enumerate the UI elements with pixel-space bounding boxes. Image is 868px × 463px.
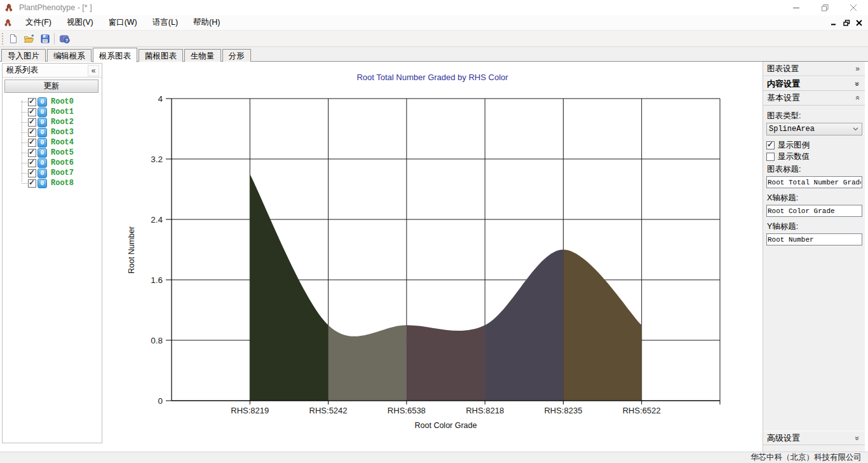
tree-item[interactable]: 0 Root4	[3, 137, 102, 148]
tree-item-badge: 0	[37, 118, 47, 127]
title-bar: PlantPhenotype - [* ]	[0, 0, 868, 15]
tree-item-badge: 0	[37, 148, 47, 158]
mdi-document-icon	[3, 18, 13, 27]
chart-type-select[interactable]: SplineArea	[766, 123, 862, 135]
chart-settings-panel: 图表设置 » 内容设置 » 基本设置 » 图表类型: SplineArea 显示…	[763, 62, 865, 452]
mdi-minimize-button[interactable]	[827, 17, 840, 29]
y-axis-title-input[interactable]	[766, 233, 862, 245]
tab[interactable]: 根系图表	[93, 48, 137, 62]
basic-settings-content: 图表类型: SplineArea 显示图例 显示数值 图表标题: X轴标题: Y…	[763, 106, 865, 248]
minimize-button[interactable]	[782, 0, 811, 15]
app-window: PlantPhenotype - [* ] 文件(F)视图(V)窗口(W)语言(…	[0, 0, 868, 463]
select-chevron-icon	[853, 127, 858, 131]
root-list-title: 根系列表	[6, 65, 38, 76]
svg-text:RHS:8235: RHS:8235	[544, 406, 582, 415]
show-values-checkbox[interactable]	[766, 153, 775, 161]
tree-connector	[22, 163, 27, 163]
tree-item[interactable]: 0 Root7	[3, 168, 102, 178]
content-settings-label: 内容设置	[767, 78, 800, 90]
tree-item[interactable]: 0 Root8	[3, 178, 102, 188]
mdi-restore-button[interactable]	[840, 17, 853, 29]
section-advanced-settings[interactable]: 高级设置 »	[763, 431, 865, 445]
svg-text:RHS:6538: RHS:6538	[388, 406, 426, 415]
tree-item-checkbox[interactable]	[28, 108, 36, 116]
new-document-button[interactable]	[6, 32, 20, 46]
chart-title-input[interactable]	[766, 176, 862, 188]
tree-connector	[22, 122, 27, 123]
tree-item-badge: 0	[37, 97, 47, 107]
svg-text:RHS:8218: RHS:8218	[466, 406, 504, 415]
tree-item-badge: 0	[37, 107, 47, 117]
restore-button[interactable]	[811, 0, 839, 15]
chevron-down-icon[interactable]: »	[853, 436, 862, 440]
svg-text:0.8: 0.8	[151, 336, 163, 345]
menu-item[interactable]: 视图(V)	[59, 15, 101, 30]
svg-text:0: 0	[158, 396, 163, 406]
save-button[interactable]	[37, 32, 52, 46]
tree-item[interactable]: 0 Root2	[3, 117, 102, 127]
chart-type-label: 图表类型:	[767, 111, 862, 121]
section-basic-settings[interactable]: 基本设置 »	[763, 91, 865, 106]
tab[interactable]: 分形	[222, 49, 251, 62]
tree-item-checkbox[interactable]	[28, 139, 36, 147]
tree-connector	[22, 173, 27, 174]
tree-item[interactable]: 0 Root3	[3, 127, 102, 137]
tree-item-label[interactable]: Root1	[51, 107, 74, 116]
tree-item[interactable]: 0 Root5	[3, 148, 102, 158]
tree-item-checkbox[interactable]	[28, 118, 36, 127]
chevron-down-icon[interactable]: »	[853, 81, 862, 86]
chart-settings-header[interactable]: 图表设置 »	[763, 62, 865, 76]
show-legend-option[interactable]: 显示图例	[766, 140, 862, 151]
menu-item[interactable]: 帮助(H)	[186, 15, 227, 30]
tree-item-checkbox[interactable]	[28, 98, 36, 106]
menu-item[interactable]: 语言(L)	[145, 15, 186, 30]
x-axis-title-label: X轴标题:	[767, 193, 862, 204]
x-axis-title-input[interactable]	[766, 205, 862, 217]
expand-panel-icon[interactable]: »	[855, 64, 860, 73]
basic-settings-label: 基本设置	[767, 92, 800, 104]
tree-item-label[interactable]: Root2	[51, 118, 74, 127]
toolbar: ?	[0, 31, 868, 47]
tree-item-badge: 0	[37, 169, 47, 178]
tree-item-checkbox[interactable]	[28, 128, 36, 137]
tree-item[interactable]: 0 Root6	[3, 158, 102, 168]
tree-item-label[interactable]: Root5	[51, 148, 74, 157]
company-name: 华芯中科（北京）科技有限公司	[750, 452, 862, 463]
menu-item[interactable]: 窗口(W)	[101, 15, 145, 30]
toolbar-grip[interactable]	[1, 33, 4, 45]
open-folder-button[interactable]	[22, 32, 36, 46]
help-button[interactable]: ?	[58, 32, 72, 46]
tree-item-label[interactable]: Root8	[51, 179, 74, 188]
tree-item-checkbox[interactable]	[28, 179, 36, 188]
tree-connector	[22, 142, 27, 143]
collapse-panel-button[interactable]: «	[88, 65, 99, 76]
show-values-option[interactable]: 显示数值	[766, 151, 862, 162]
menu-item[interactable]: 文件(F)	[18, 15, 59, 30]
tab[interactable]: 菌根图表	[139, 49, 183, 62]
tab[interactable]: 生物量	[184, 49, 221, 62]
section-content-settings[interactable]: 内容设置 »	[763, 76, 865, 91]
tree-item-label[interactable]: Root3	[51, 128, 74, 137]
tree-item[interactable]: 0 Root1	[3, 107, 102, 117]
tree-item[interactable]: 0 Root0	[3, 97, 102, 107]
chart-y-axis-title: Root Number	[127, 226, 136, 273]
tab[interactable]: 编辑根系	[47, 49, 92, 62]
root-tree: 0 Root0 0 Root1 0 Root2 0 Root3	[3, 97, 102, 188]
tree-item-label[interactable]: Root6	[51, 158, 74, 167]
tree-item-label[interactable]: Root0	[51, 97, 74, 106]
mdi-close-button[interactable]	[853, 17, 865, 29]
tree-item-checkbox[interactable]	[28, 169, 36, 177]
update-button[interactable]: 更新	[4, 79, 98, 93]
tab[interactable]: 导入图片	[1, 49, 46, 62]
tree-connector	[22, 132, 27, 133]
tree-item-label[interactable]: Root4	[51, 138, 74, 147]
show-values-label: 显示数值	[778, 151, 810, 162]
close-button[interactable]	[839, 0, 868, 15]
window-title: PlantPhenotype - [* ]	[19, 3, 92, 12]
tree-item-checkbox[interactable]	[28, 159, 36, 167]
tree-item-checkbox[interactable]	[28, 149, 36, 157]
show-legend-checkbox[interactable]	[766, 141, 775, 149]
tree-item-label[interactable]: Root7	[51, 169, 74, 177]
chevron-up-icon[interactable]: »	[853, 96, 862, 100]
tree-item-badge: 0	[37, 128, 47, 137]
